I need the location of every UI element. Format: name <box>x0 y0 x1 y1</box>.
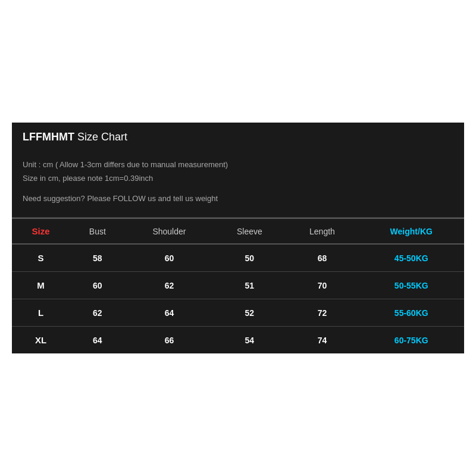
chart-header: LFFMHMT Size Chart <box>12 123 464 152</box>
info-line3: Need suggestion? Please FOLLOW us and te… <box>23 192 453 205</box>
cell-bust: 58 <box>70 244 125 272</box>
cell-weight: 60-75KG <box>359 327 465 354</box>
cell-sleeve: 54 <box>213 327 286 354</box>
cell-size: XL <box>12 327 70 354</box>
cell-size: S <box>12 244 70 272</box>
info-section: Unit : cm ( Allow 1-3cm differs due to m… <box>12 152 464 218</box>
cell-size: L <box>12 299 70 327</box>
col-weight: Weight/KG <box>359 218 465 244</box>
cell-length: 72 <box>286 299 358 327</box>
col-shoulder: Shoulder <box>126 218 214 244</box>
cell-sleeve: 50 <box>213 244 286 272</box>
cell-length: 74 <box>286 327 358 354</box>
size-chart-container: LFFMHMT Size Chart Unit : cm ( Allow 1-3… <box>12 123 464 353</box>
table-header-row: Size Bust Shoulder Sleeve Length Weight/… <box>12 218 464 244</box>
table-row: L6264527255-60KG <box>12 299 464 327</box>
col-sleeve: Sleeve <box>213 218 286 244</box>
chart-title: LFFMHMT Size Chart <box>23 131 453 143</box>
col-length: Length <box>286 218 358 244</box>
cell-bust: 64 <box>70 327 125 354</box>
cell-bust: 62 <box>70 299 125 327</box>
chart-label: Size Chart <box>74 131 127 143</box>
cell-size: M <box>12 272 70 299</box>
info-line1: Unit : cm ( Allow 1-3cm differs due to m… <box>23 158 453 171</box>
info-line2: Size in cm, please note 1cm=0.39inch <box>23 171 453 185</box>
col-size: Size <box>12 218 70 244</box>
table-body: S5860506845-50KGM6062517050-55KGL6264527… <box>12 244 464 353</box>
cell-length: 68 <box>286 244 358 272</box>
size-table: Size Bust Shoulder Sleeve Length Weight/… <box>12 218 464 353</box>
table-row: XL6466547460-75KG <box>12 327 464 354</box>
cell-sleeve: 52 <box>213 299 286 327</box>
col-bust: Bust <box>70 218 125 244</box>
table-row: S5860506845-50KG <box>12 244 464 272</box>
cell-shoulder: 64 <box>126 299 214 327</box>
cell-weight: 55-60KG <box>359 299 465 327</box>
cell-shoulder: 60 <box>126 244 214 272</box>
brand-name: LFFMHMT <box>23 131 74 143</box>
cell-shoulder: 66 <box>126 327 214 354</box>
cell-sleeve: 51 <box>213 272 286 299</box>
cell-weight: 50-55KG <box>359 272 465 299</box>
table-row: M6062517050-55KG <box>12 272 464 299</box>
cell-bust: 60 <box>70 272 125 299</box>
cell-weight: 45-50KG <box>359 244 465 272</box>
cell-length: 70 <box>286 272 358 299</box>
table-section: Size Bust Shoulder Sleeve Length Weight/… <box>12 218 464 353</box>
cell-shoulder: 62 <box>126 272 214 299</box>
